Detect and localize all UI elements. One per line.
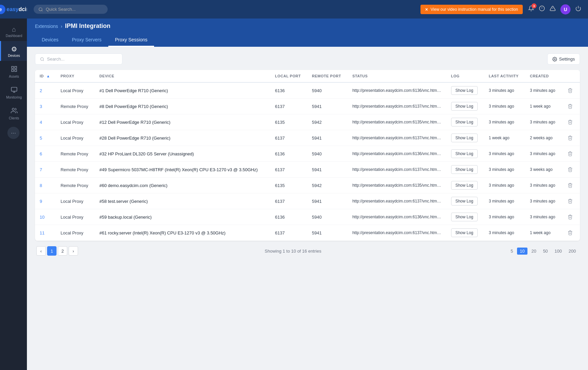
- trash-icon: [567, 214, 573, 220]
- info-icon[interactable]: [539, 5, 545, 13]
- sidebar-item-devices[interactable]: ⚙ Devices: [0, 41, 27, 61]
- table-row: 7 Remote Proxy #49 Supermicro 5037MC-H8T…: [35, 162, 580, 178]
- quick-search-bar[interactable]: [34, 5, 108, 14]
- breadcrumb-parent[interactable]: Extensions: [35, 24, 58, 29]
- delete-button[interactable]: [566, 181, 574, 189]
- per-page-5[interactable]: 5: [508, 248, 516, 255]
- sidebar-item-label: Assets: [9, 75, 19, 78]
- show-log-button[interactable]: Show Log: [451, 134, 478, 142]
- svg-rect-1: [14, 67, 16, 69]
- cell-actions: [561, 130, 580, 146]
- sidebar-item-dashboard[interactable]: ⌂ Dashboard: [0, 21, 27, 41]
- tab-proxy-sessions[interactable]: Proxy Sessions: [108, 34, 154, 47]
- cell-last-activity: 3 minutes ago: [484, 209, 525, 225]
- search-input[interactable]: [47, 57, 117, 62]
- video-banner[interactable]: × View our video instruction manual for …: [420, 5, 523, 14]
- power-icon[interactable]: [575, 5, 581, 13]
- settings-button[interactable]: Settings: [547, 53, 580, 65]
- svg-rect-2: [11, 70, 13, 72]
- cell-remote-port: 5941: [307, 162, 347, 178]
- per-page-20[interactable]: 20: [529, 248, 539, 255]
- show-log-button[interactable]: Show Log: [451, 165, 478, 174]
- delete-button[interactable]: [566, 86, 574, 95]
- delete-button[interactable]: [566, 213, 574, 221]
- settings-icon: [552, 57, 557, 62]
- per-page-200[interactable]: 200: [566, 248, 579, 255]
- cell-local-port: 6136: [270, 146, 307, 162]
- home-icon: ⌂: [12, 26, 16, 33]
- quick-search-input[interactable]: [46, 7, 96, 12]
- page-1-button[interactable]: 1: [47, 246, 57, 256]
- table-body: 2 Local Proxy #1 Dell PowerEdge R710 (Ge…: [35, 82, 580, 241]
- show-log-button[interactable]: Show Log: [451, 86, 478, 95]
- cell-log: Show Log: [446, 178, 484, 193]
- video-banner-text: View our video instruction manual for th…: [431, 7, 518, 12]
- delete-button[interactable]: [566, 197, 574, 205]
- show-log-button[interactable]: Show Log: [451, 197, 478, 206]
- show-log-button[interactable]: Show Log: [451, 228, 478, 237]
- per-page-50[interactable]: 50: [540, 248, 550, 255]
- sidebar-item-clients[interactable]: Clients: [0, 103, 27, 123]
- per-page-100[interactable]: 100: [552, 248, 565, 255]
- trash-icon: [567, 104, 573, 109]
- cell-remote-port: 5942: [307, 178, 347, 193]
- cell-device: #58 test.server (Generic): [95, 193, 270, 209]
- search-bar[interactable]: [35, 53, 122, 65]
- cell-proxy: Local Proxy: [56, 209, 95, 225]
- notifications-icon[interactable]: 3: [528, 5, 534, 13]
- tab-proxy-servers[interactable]: Proxy Servers: [65, 34, 108, 47]
- cell-id: 4: [35, 114, 56, 130]
- cell-log: Show Log: [446, 162, 484, 178]
- close-icon[interactable]: ×: [425, 7, 428, 12]
- cell-proxy: Local Proxy: [56, 82, 95, 99]
- breadcrumb-separator: ›: [61, 24, 62, 29]
- delete-button[interactable]: [566, 118, 574, 126]
- show-log-button[interactable]: Show Log: [451, 118, 478, 126]
- cell-status: http://presentation.easydcim.com:6136/vn…: [347, 82, 446, 99]
- sidebar-item-assets[interactable]: Assets: [0, 61, 27, 82]
- col-log: LOG: [446, 70, 484, 82]
- next-page-button[interactable]: ›: [69, 246, 78, 256]
- show-log-button[interactable]: Show Log: [451, 149, 478, 158]
- delete-button[interactable]: [566, 229, 574, 237]
- sidebar-item-monitoring[interactable]: Monitoring: [0, 82, 27, 103]
- col-id[interactable]: ID ▲: [35, 70, 56, 82]
- cell-remote-port: 5941: [307, 130, 347, 146]
- col-last-activity: LAST ACTIVITY: [484, 70, 525, 82]
- prev-page-button[interactable]: ‹: [36, 246, 46, 256]
- more-button[interactable]: ···: [7, 127, 20, 139]
- cell-log: Show Log: [446, 99, 484, 114]
- cell-device: #1 Dell PowerEdge R710 (Generic): [95, 82, 270, 99]
- tabs: Devices Proxy Servers Proxy Sessions: [35, 34, 580, 47]
- logo[interactable]: e easydcim: [0, 0, 27, 18]
- cell-actions: [561, 193, 580, 209]
- cell-local-port: 6136: [270, 82, 307, 99]
- cell-remote-port: 5940: [307, 146, 347, 162]
- delete-button[interactable]: [566, 150, 574, 158]
- table-row: 6 Remote Proxy #32 HP ProLiant DL320 G5 …: [35, 146, 580, 162]
- page-2-button[interactable]: 2: [58, 246, 67, 256]
- show-log-button[interactable]: Show Log: [451, 102, 478, 111]
- show-log-button[interactable]: Show Log: [451, 181, 478, 190]
- cell-log: Show Log: [446, 146, 484, 162]
- cell-log: Show Log: [446, 114, 484, 130]
- alert-icon[interactable]: [550, 5, 556, 13]
- cell-created: 2 weeks ago: [525, 130, 561, 146]
- tab-devices[interactable]: Devices: [35, 34, 65, 47]
- avatar[interactable]: U: [560, 4, 571, 14]
- cell-id: 5: [35, 130, 56, 146]
- delete-button[interactable]: [566, 165, 574, 174]
- cell-proxy: Remote Proxy: [56, 146, 95, 162]
- delete-button[interactable]: [566, 102, 574, 110]
- show-log-button[interactable]: Show Log: [451, 213, 478, 221]
- table-row: 10 Local Proxy #59 backup.local (Generic…: [35, 209, 580, 225]
- cell-last-activity: 3 minutes ago: [484, 114, 525, 130]
- svg-point-14: [554, 59, 555, 60]
- sort-icon: ▲: [46, 74, 50, 78]
- cell-last-activity: 3 minutes ago: [484, 146, 525, 162]
- cell-local-port: 6136: [270, 209, 307, 225]
- cell-proxy: Local Proxy: [56, 130, 95, 146]
- per-page-10[interactable]: 10: [517, 248, 527, 255]
- cell-proxy: Remote Proxy: [56, 99, 95, 114]
- delete-button[interactable]: [566, 134, 574, 142]
